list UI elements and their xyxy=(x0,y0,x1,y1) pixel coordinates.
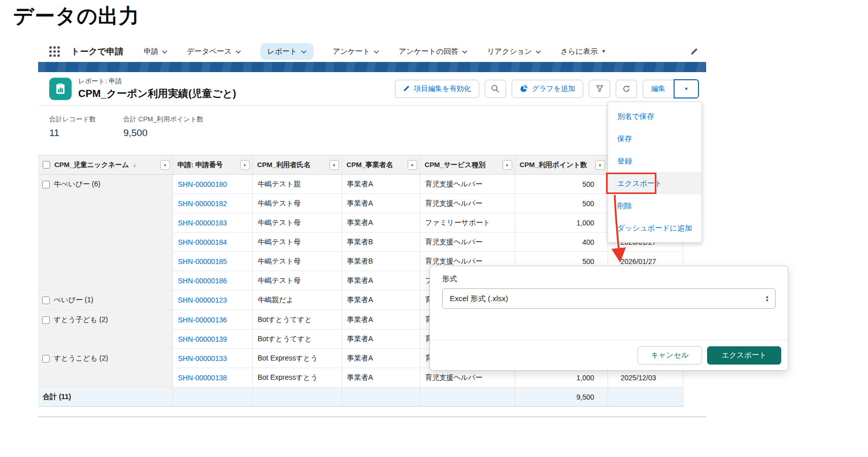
nav-tab-database[interactable]: データベース xyxy=(187,43,241,60)
request-number-link[interactable]: SHN-00000184 xyxy=(178,238,227,246)
format-select-value: Excel 形式 (.xlsx) xyxy=(450,294,508,304)
points-cell: 500 xyxy=(515,194,608,213)
report-title: CPM_クーポン利用実績(児童ごと) xyxy=(78,87,236,101)
group-cell: すとうこども (2) xyxy=(38,349,173,387)
group-checkbox[interactable] xyxy=(42,297,50,304)
filter-icon xyxy=(596,85,604,92)
provider-cell: 事業者A xyxy=(342,175,420,194)
search-button[interactable] xyxy=(485,80,506,98)
provider-cell: 事業者B xyxy=(342,252,420,271)
chevron-down-icon xyxy=(374,47,379,55)
column-menu-button[interactable]: ▼ xyxy=(329,160,339,170)
request-number-cell: SHN-00000183 xyxy=(173,213,252,233)
total-points: 9,500 xyxy=(515,387,608,407)
edit-button[interactable]: 編集 xyxy=(643,80,674,98)
provider-cell: 事業者A xyxy=(342,368,420,387)
menu-item-subscribe[interactable]: 登録 xyxy=(608,150,702,172)
user-name-cell: 牛嶋テスト母 xyxy=(252,213,342,233)
column-header[interactable]: CPM_利用者氏名▼ xyxy=(252,155,342,175)
nav-tab-requests[interactable]: 申請 xyxy=(144,43,168,60)
nav-tab-reports[interactable]: レポート xyxy=(260,43,314,60)
enable-inline-edit-button[interactable]: 項目編集を有効化 xyxy=(395,80,479,98)
select-all-checkbox[interactable] xyxy=(43,161,50,169)
menu-item-delete[interactable]: 削除 xyxy=(608,194,702,217)
column-header[interactable]: CPM_利用ポイント数▼ xyxy=(515,155,608,175)
add-chart-button[interactable]: グラフを追加 xyxy=(512,80,583,98)
request-number-link[interactable]: SHN-00000136 xyxy=(178,316,227,324)
request-number-cell: SHN-00000139 xyxy=(173,330,252,349)
provider-cell: 事業者A xyxy=(342,290,420,310)
record-count-label: 合計レコード数 xyxy=(49,115,96,124)
page-edit-pencil-icon[interactable] xyxy=(690,48,698,55)
menu-item-save[interactable]: 保存 xyxy=(608,127,702,150)
refresh-button[interactable] xyxy=(616,80,637,98)
points-cell: 1,000 xyxy=(515,213,608,233)
request-number-link[interactable]: SHN-00000183 xyxy=(178,219,227,227)
nav-tab-surveys[interactable]: アンケート xyxy=(333,43,380,60)
column-header[interactable]: CPM_事業者名▼ xyxy=(342,155,420,175)
menu-item-label: エクスポート xyxy=(617,179,662,188)
column-menu-button[interactable]: ▼ xyxy=(160,160,170,170)
request-number-cell: SHN-00000123 xyxy=(173,290,252,310)
group-checkbox[interactable] xyxy=(42,355,50,363)
export-button-label: エクスポート xyxy=(722,350,767,360)
column-header[interactable]: CPM_サービス種別▼ xyxy=(420,155,515,175)
filter-button[interactable] xyxy=(589,80,610,98)
request-number-link[interactable]: SHN-00000138 xyxy=(178,374,227,382)
user-name-cell: 牛嶋テスト母 xyxy=(252,233,342,252)
points-total-value: 9,500 xyxy=(123,127,204,139)
total-empty-cell xyxy=(252,387,342,407)
request-number-cell: SHN-00000186 xyxy=(173,271,252,290)
total-empty-cell xyxy=(173,387,252,407)
points-cell: 400 xyxy=(515,233,608,252)
points-cell: 500 xyxy=(515,175,608,194)
table-header-row: CPM_児童ニックネーム↓▼申請: 申請番号▼CPM_利用者氏名▼CPM_事業者… xyxy=(38,155,683,175)
menu-item-add-to-dashboard[interactable]: ダッシュボードに追加 xyxy=(608,217,702,239)
request-number-link[interactable]: SHN-00000180 xyxy=(178,180,227,188)
menu-item-label: 別名で保存 xyxy=(617,112,654,121)
chevron-down-icon xyxy=(236,47,241,55)
caret-down-icon: ▼ xyxy=(684,86,689,91)
report-meta: レポート: 申請 CPM_クーポン利用実績(児童ごと) xyxy=(78,77,236,101)
column-header[interactable]: CPM_児童ニックネーム↓▼ xyxy=(38,155,173,175)
request-number-link[interactable]: SHN-00000139 xyxy=(178,335,227,343)
menu-item-export[interactable]: エクスポート xyxy=(608,172,702,194)
enable-inline-edit-label: 項目編集を有効化 xyxy=(414,84,471,93)
nav-tabs: 申請データベースレポートアンケートアンケートの回答リアクションさらに表示▼ xyxy=(144,43,683,60)
search-icon xyxy=(491,84,499,93)
provider-cell: 事業者A xyxy=(342,330,420,349)
provider-cell: 事業者A xyxy=(342,271,420,290)
nav-tab-reactions[interactable]: リアクション xyxy=(487,43,541,60)
format-select[interactable]: Excel 形式 (.xlsx) ▲▼ xyxy=(442,288,776,309)
request-number-link[interactable]: SHN-00000133 xyxy=(178,354,227,363)
cancel-button[interactable]: キャンセル xyxy=(638,346,702,365)
nav-tab-show-more[interactable]: さらに表示▼ xyxy=(560,43,606,60)
group-checkbox[interactable] xyxy=(42,316,50,324)
column-menu-button[interactable]: ▼ xyxy=(240,160,250,170)
edit-dropdown-button[interactable]: ▼ xyxy=(674,79,699,99)
column-menu-button[interactable]: ▼ xyxy=(595,160,605,170)
table-row: 牛ぺいびー (6)SHN-00000180牛嶋テスト親事業者A育児支援ヘルパー5… xyxy=(38,175,683,194)
service-type-cell: 育児支援ヘルパー xyxy=(420,233,515,252)
date-cell: 2025/12/03 xyxy=(608,368,683,387)
menu-item-save-as[interactable]: 別名で保存 xyxy=(608,105,702,127)
group-checkbox[interactable] xyxy=(42,181,50,188)
column-header[interactable]: 申請: 申請番号▼ xyxy=(173,155,252,175)
request-number-link[interactable]: SHN-00000123 xyxy=(178,296,227,304)
column-header-label: CPM_サービス種別 xyxy=(425,160,485,170)
request-number-link[interactable]: SHN-00000185 xyxy=(178,257,227,266)
request-number-link[interactable]: SHN-00000186 xyxy=(178,277,227,285)
export-button[interactable]: エクスポート xyxy=(707,346,781,365)
service-type-cell: 育児支援ヘルパー xyxy=(420,368,515,387)
request-number-link[interactable]: SHN-00000182 xyxy=(178,200,227,208)
nav-tab-label: アンケート xyxy=(333,47,371,56)
provider-cell: 事業者B xyxy=(342,233,420,252)
total-empty-cell xyxy=(420,387,515,407)
menu-item-label: 保存 xyxy=(617,134,632,144)
nav-tab-survey-responses[interactable]: アンケートの回答 xyxy=(398,43,468,60)
column-menu-button[interactable]: ▼ xyxy=(503,160,512,170)
provider-cell: 事業者A xyxy=(342,213,420,233)
app-launcher-icon[interactable] xyxy=(49,46,60,57)
column-menu-button[interactable]: ▼ xyxy=(408,160,417,170)
chart-icon xyxy=(520,85,528,93)
